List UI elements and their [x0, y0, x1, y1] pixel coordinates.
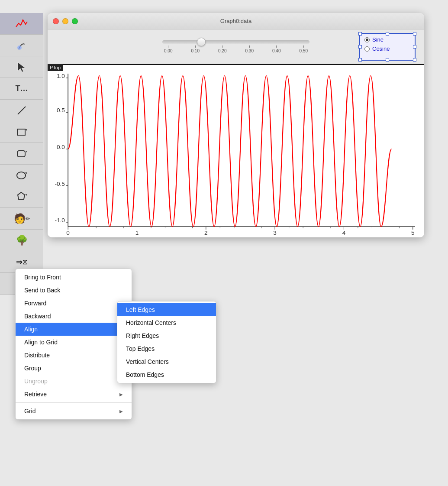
left-toolbar: T… 🧑✏ 🌳 ⇒⧖ 🚧	[0, 13, 43, 295]
handle-br[interactable]	[413, 58, 416, 62]
svg-rect-3	[17, 129, 25, 135]
left-edges-item[interactable]: Left Edges	[117, 303, 216, 316]
handle-tl[interactable]	[358, 32, 362, 36]
tick-0: 0.00	[164, 45, 172, 53]
svg-text:2: 2	[204, 230, 208, 236]
context-menu: Bring to Front Send to Back Forward Back…	[15, 269, 132, 420]
main-window: Graph0:data 0.00 0.10 0.20	[48, 13, 424, 237]
svg-rect-5	[17, 151, 25, 157]
tick-4: 0.40	[272, 45, 280, 53]
distribute-item[interactable]: Distribute ▶	[16, 349, 132, 362]
tick-3: 0.30	[245, 45, 254, 53]
align-to-grid-item[interactable]: Align to Grid ▶	[16, 336, 132, 349]
paint-tool-button[interactable]	[0, 35, 43, 56]
top-edges-item[interactable]: Top Edges	[117, 342, 216, 355]
handle-bl[interactable]	[358, 58, 362, 62]
backward-item[interactable]: Backward	[16, 310, 132, 323]
svg-text:0: 0	[66, 230, 70, 236]
handle-tr[interactable]	[413, 32, 416, 36]
svg-text:0.5: 0.5	[57, 107, 65, 114]
chart-area: 1.0 0.5 0.0 -0.5 -1.0 0 1 2 3 4 5 ms	[48, 64, 424, 237]
svg-line-2	[18, 107, 26, 114]
rounded-rect-tool-button[interactable]	[0, 143, 43, 165]
slider-track[interactable]	[162, 40, 309, 44]
vertical-centers-item[interactable]: Vertical Centers	[117, 355, 216, 368]
window-title: Graph0:data	[220, 18, 251, 24]
handle-rm[interactable]	[413, 45, 416, 49]
maximize-button[interactable]	[72, 18, 78, 24]
toolbar-area: 0.00 0.10 0.20 0.30 0.40	[48, 29, 424, 64]
tree-tool-button[interactable]: 🌳	[0, 230, 43, 251]
handle-lm[interactable]	[358, 45, 362, 49]
svg-text:1: 1	[135, 230, 139, 236]
svg-text:0.0: 0.0	[57, 144, 65, 150]
grid-arrow: ▶	[119, 409, 123, 414]
right-edges-item[interactable]: Right Edges	[117, 329, 216, 342]
polygon-tool-button[interactable]	[0, 186, 43, 208]
cosine-label: Cosine	[372, 45, 390, 52]
align-submenu: Left Edges Horizontal Centers Right Edge…	[117, 301, 216, 383]
ungroup-item[interactable]: Ungroup	[16, 375, 132, 388]
text-tool-button[interactable]: T…	[0, 78, 43, 100]
align-item[interactable]: Align ▶	[16, 323, 132, 336]
person-tool-button[interactable]: 🧑✏	[0, 208, 43, 230]
menu-separator	[16, 402, 132, 403]
handle-bm[interactable]	[386, 58, 389, 62]
line-tool-button[interactable]	[0, 100, 43, 121]
ellipse-tool-button[interactable]	[0, 165, 43, 186]
close-button[interactable]	[53, 18, 59, 24]
svg-point-7	[17, 172, 26, 179]
cosine-radio[interactable]	[364, 46, 370, 52]
tick-2: 0.20	[218, 45, 226, 53]
retrieve-item[interactable]: Retrieve ▶	[16, 388, 132, 401]
svg-text:3: 3	[273, 230, 277, 236]
window-controls	[53, 18, 78, 24]
slider-thumb[interactable]	[197, 38, 206, 46]
cursor-tool-button[interactable]	[0, 56, 43, 78]
legend-cosine: Cosine	[364, 45, 410, 52]
sine-label: Sine	[372, 36, 384, 43]
window-titlebar: Graph0:data	[48, 13, 424, 29]
tick-5: 0.50	[300, 45, 308, 53]
legend-box[interactable]: Sine Cosine	[359, 33, 416, 61]
minimize-button[interactable]	[62, 18, 68, 24]
legend-sine: Sine	[364, 36, 410, 43]
svg-marker-1	[18, 62, 25, 72]
handle-tm[interactable]	[386, 32, 389, 36]
svg-text:-0.5: -0.5	[55, 181, 64, 187]
svg-text:4: 4	[342, 230, 346, 236]
sine-radio[interactable]	[364, 37, 370, 42]
bring-to-front-item[interactable]: Bring to Front	[16, 271, 132, 284]
rect-tool-button[interactable]	[0, 121, 43, 143]
chart-svg: 1.0 0.5 0.0 -0.5 -1.0 0 1 2 3 4 5 ms	[48, 65, 424, 237]
retrieve-arrow: ▶	[119, 392, 123, 397]
graph-tool-button[interactable]	[0, 13, 43, 35]
group-item[interactable]: Group	[16, 362, 132, 375]
svg-marker-9	[18, 192, 25, 199]
send-to-back-item[interactable]: Send to Back	[16, 284, 132, 297]
bottom-edges-item[interactable]: Bottom Edges	[117, 368, 216, 381]
ptop-label: PTop	[48, 64, 63, 71]
svg-point-0	[17, 45, 22, 50]
forward-item[interactable]: Forward	[16, 297, 132, 310]
tick-1: 0.10	[191, 45, 200, 53]
svg-text:5: 5	[411, 230, 415, 236]
slider-ticks: 0.00 0.10 0.20 0.30 0.40	[162, 45, 309, 53]
horizontal-centers-item[interactable]: Horizontal Centers	[117, 316, 216, 329]
svg-marker-10	[25, 194, 27, 196]
svg-text:-1.0: -1.0	[55, 217, 64, 224]
grid-item[interactable]: Grid ▶	[16, 405, 132, 418]
svg-text:1.0: 1.0	[57, 73, 65, 79]
